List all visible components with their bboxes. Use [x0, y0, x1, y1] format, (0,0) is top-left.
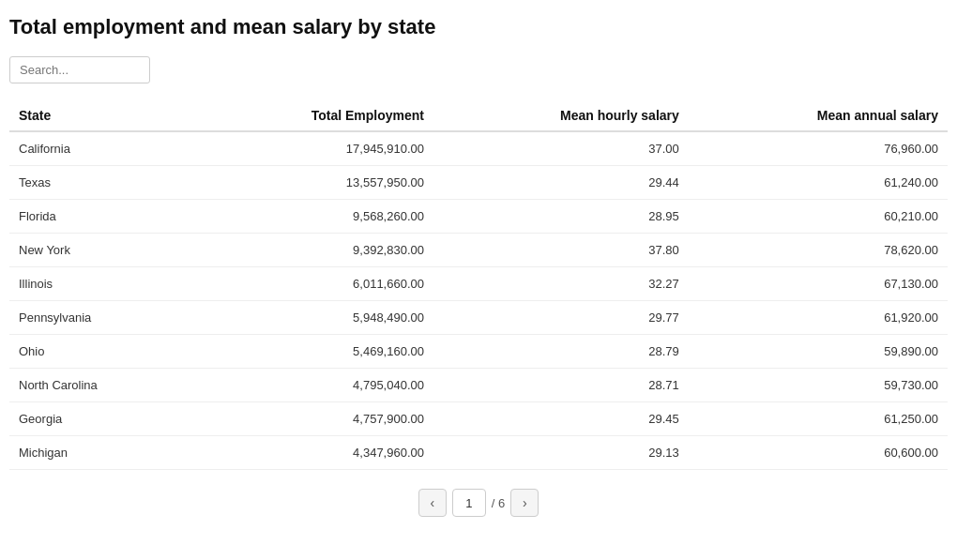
cell-mean-annual-salary: 67,130.00 — [689, 267, 948, 301]
data-table: State Total Employment Mean hourly salar… — [9, 100, 948, 470]
cell-mean-hourly-salary: 37.00 — [433, 131, 689, 166]
cell-mean-annual-salary: 60,210.00 — [689, 200, 948, 234]
search-container — [9, 56, 948, 83]
cell-state: New York — [9, 234, 190, 267]
next-page-button[interactable]: › — [510, 489, 539, 517]
cell-mean-hourly-salary: 29.13 — [433, 436, 689, 470]
cell-mean-hourly-salary: 32.27 — [433, 267, 689, 301]
cell-total-employment: 5,469,160.00 — [190, 335, 433, 369]
cell-mean-annual-salary: 59,730.00 — [689, 369, 948, 402]
cell-total-employment: 9,568,260.00 — [190, 200, 433, 234]
cell-state: Florida — [9, 200, 190, 234]
cell-state: Michigan — [9, 436, 190, 470]
cell-mean-annual-salary: 61,250.00 — [689, 402, 948, 436]
cell-state: Illinois — [9, 267, 190, 301]
pagination: ‹ / 6 › — [9, 489, 948, 526]
page-total-label: / 6 — [492, 496, 505, 510]
cell-mean-annual-salary: 60,600.00 — [689, 436, 948, 470]
col-header-mean-annual-salary: Mean annual salary — [689, 100, 948, 131]
table-body: California17,945,910.0037.0076,960.00Tex… — [9, 131, 948, 470]
table-row: Illinois6,011,660.0032.2767,130.00 — [9, 267, 948, 301]
cell-total-employment: 13,557,950.00 — [190, 166, 433, 200]
cell-total-employment: 4,757,900.00 — [190, 402, 433, 436]
cell-total-employment: 9,392,830.00 — [190, 234, 433, 267]
table-row: Michigan4,347,960.0029.1360,600.00 — [9, 436, 948, 470]
table-row: New York9,392,830.0037.8078,620.00 — [9, 234, 948, 267]
cell-mean-annual-salary: 61,920.00 — [689, 301, 948, 335]
cell-mean-hourly-salary: 37.80 — [433, 234, 689, 267]
cell-mean-annual-salary: 59,890.00 — [689, 335, 948, 369]
cell-state: Pennsylvania — [9, 301, 190, 335]
cell-mean-hourly-salary: 28.79 — [433, 335, 689, 369]
cell-total-employment: 6,011,660.00 — [190, 267, 433, 301]
table-row: Ohio5,469,160.0028.7959,890.00 — [9, 335, 948, 369]
table-row: Pennsylvania5,948,490.0029.7761,920.00 — [9, 301, 948, 335]
table-row: Texas13,557,950.0029.4461,240.00 — [9, 166, 948, 200]
cell-state: Ohio — [9, 335, 190, 369]
page-number-input[interactable] — [452, 489, 486, 517]
cell-total-employment: 5,948,490.00 — [190, 301, 433, 335]
cell-mean-hourly-salary: 29.44 — [433, 166, 689, 200]
cell-total-employment: 4,795,040.00 — [190, 369, 433, 402]
cell-state: North Carolina — [9, 369, 190, 402]
cell-mean-hourly-salary: 29.45 — [433, 402, 689, 436]
cell-mean-annual-salary: 78,620.00 — [689, 234, 948, 267]
cell-state: Texas — [9, 166, 190, 200]
col-header-state: State — [9, 100, 190, 131]
cell-state: Georgia — [9, 402, 190, 436]
cell-mean-annual-salary: 76,960.00 — [689, 131, 948, 166]
cell-mean-annual-salary: 61,240.00 — [689, 166, 948, 200]
cell-mean-hourly-salary: 28.95 — [433, 200, 689, 234]
table-row: Florida9,568,260.0028.9560,210.00 — [9, 200, 948, 234]
cell-total-employment: 17,945,910.00 — [190, 131, 433, 166]
col-header-total-employment: Total Employment — [190, 100, 433, 131]
page-title: Total employment and mean salary by stat… — [9, 15, 948, 39]
search-input[interactable] — [9, 56, 150, 83]
prev-page-button[interactable]: ‹ — [418, 489, 447, 517]
cell-mean-hourly-salary: 28.71 — [433, 369, 689, 402]
table-row: Georgia4,757,900.0029.4561,250.00 — [9, 402, 948, 436]
cell-mean-hourly-salary: 29.77 — [433, 301, 689, 335]
table-row: California17,945,910.0037.0076,960.00 — [9, 131, 948, 166]
cell-state: California — [9, 131, 190, 166]
col-header-mean-hourly-salary: Mean hourly salary — [433, 100, 689, 131]
table-header: State Total Employment Mean hourly salar… — [9, 100, 948, 131]
table-row: North Carolina4,795,040.0028.7159,730.00 — [9, 369, 948, 402]
cell-total-employment: 4,347,960.00 — [190, 436, 433, 470]
